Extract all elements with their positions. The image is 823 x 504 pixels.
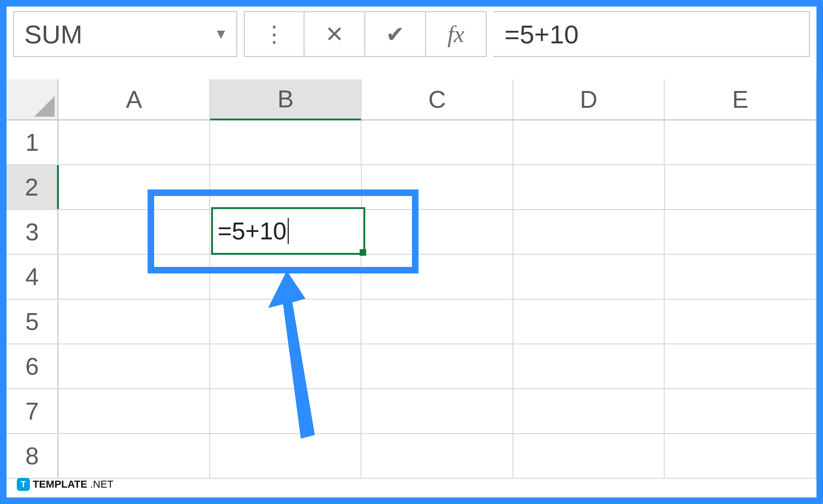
cell-B7[interactable]	[210, 389, 362, 433]
chevron-down-icon[interactable]: ▼	[214, 26, 228, 42]
watermark: T TEMPLATE.NET	[17, 478, 114, 491]
row-header-3[interactable]: 3	[7, 210, 58, 254]
dots-icon: ⋮	[263, 21, 285, 47]
cell-A4[interactable]	[58, 255, 210, 299]
active-cell-editor[interactable]: =5+10	[211, 207, 365, 255]
watermark-suffix: .NET	[90, 478, 114, 490]
cell-C5[interactable]	[362, 300, 513, 343]
column-headers: A B C D E	[7, 79, 816, 120]
check-icon: ✔	[386, 21, 404, 47]
cell-E6[interactable]	[665, 344, 816, 388]
cell-A7[interactable]	[58, 389, 210, 433]
column-header-B[interactable]: B	[210, 79, 362, 120]
text-cursor	[288, 218, 289, 244]
cell-D2[interactable]	[513, 165, 665, 209]
column-header-E[interactable]: E	[665, 79, 816, 119]
row-3: 3	[7, 210, 816, 255]
spreadsheet-grid: A B C D E 1 2 3	[7, 79, 816, 479]
formula-bar-buttons: ⋮ ✕ ✔ fx	[244, 11, 487, 57]
watermark-brand: TEMPLATE	[33, 478, 87, 490]
cell-D5[interactable]	[513, 300, 665, 343]
expand-button[interactable]: ⋮	[244, 11, 305, 57]
cell-D6[interactable]	[513, 344, 665, 388]
formula-input[interactable]: =5+10	[493, 11, 810, 57]
cell-B1[interactable]	[210, 120, 362, 164]
cell-A2[interactable]	[59, 165, 211, 209]
watermark-icon: T	[17, 478, 30, 491]
cell-D1[interactable]	[513, 120, 665, 164]
enter-button[interactable]: ✔	[365, 11, 426, 57]
cancel-button[interactable]: ✕	[305, 11, 365, 57]
cell-E5[interactable]	[665, 300, 816, 343]
cell-D3[interactable]	[513, 210, 665, 254]
row-2: 2	[7, 165, 816, 210]
row-7: 7	[7, 389, 816, 434]
cell-A3[interactable]	[58, 210, 210, 254]
cell-B6[interactable]	[210, 344, 362, 388]
cell-C7[interactable]	[362, 389, 513, 433]
cell-A6[interactable]	[58, 344, 210, 388]
cell-E8[interactable]	[665, 434, 816, 478]
row-5: 5	[7, 300, 816, 344]
select-all-corner[interactable]	[7, 79, 58, 119]
row-header-2[interactable]: 2	[7, 165, 59, 209]
cell-C3[interactable]	[362, 210, 513, 254]
row-header-8[interactable]: 8	[7, 434, 58, 478]
cell-B2[interactable]	[210, 165, 362, 209]
cell-A8[interactable]	[58, 434, 210, 478]
cell-E3[interactable]	[665, 210, 816, 254]
cell-D8[interactable]	[513, 434, 665, 478]
cell-C4[interactable]	[362, 255, 513, 299]
cell-C6[interactable]	[362, 344, 513, 388]
row-4: 4	[7, 255, 816, 300]
row-header-6[interactable]: 6	[7, 344, 58, 388]
cell-C2[interactable]	[362, 165, 514, 209]
name-box-value: SUM	[24, 19, 82, 49]
formula-text: =5+10	[504, 19, 579, 49]
cell-E7[interactable]	[665, 389, 816, 433]
column-header-D[interactable]: D	[513, 79, 665, 119]
row-header-1[interactable]: 1	[7, 120, 58, 164]
column-header-A[interactable]: A	[58, 79, 210, 119]
cell-D7[interactable]	[513, 389, 665, 433]
cell-A5[interactable]	[58, 300, 210, 343]
cell-C1[interactable]	[362, 120, 513, 164]
cell-B4[interactable]	[210, 255, 362, 299]
row-1: 1	[7, 120, 816, 165]
cell-B5[interactable]	[210, 300, 362, 343]
row-6: 6	[7, 344, 816, 389]
row-8: 8	[7, 434, 816, 479]
insert-function-button[interactable]: fx	[426, 11, 487, 57]
cell-C8[interactable]	[362, 434, 513, 478]
row-header-4[interactable]: 4	[7, 255, 58, 299]
row-header-7[interactable]: 7	[7, 389, 58, 433]
cell-D4[interactable]	[513, 255, 665, 299]
fx-icon: fx	[447, 21, 464, 48]
column-header-C[interactable]: C	[362, 79, 513, 119]
cell-A1[interactable]	[58, 120, 210, 164]
cell-E2[interactable]	[665, 165, 817, 209]
cell-E4[interactable]	[665, 255, 816, 299]
row-header-5[interactable]: 5	[7, 300, 58, 343]
active-cell-content: =5+10	[218, 217, 287, 245]
name-box[interactable]: SUM ▼	[13, 11, 237, 57]
cell-E1[interactable]	[665, 120, 816, 164]
formula-bar: SUM ▼ ⋮ ✕ ✔ fx =5+10	[7, 7, 816, 57]
cell-B8[interactable]	[210, 434, 362, 478]
close-icon: ✕	[325, 21, 344, 47]
